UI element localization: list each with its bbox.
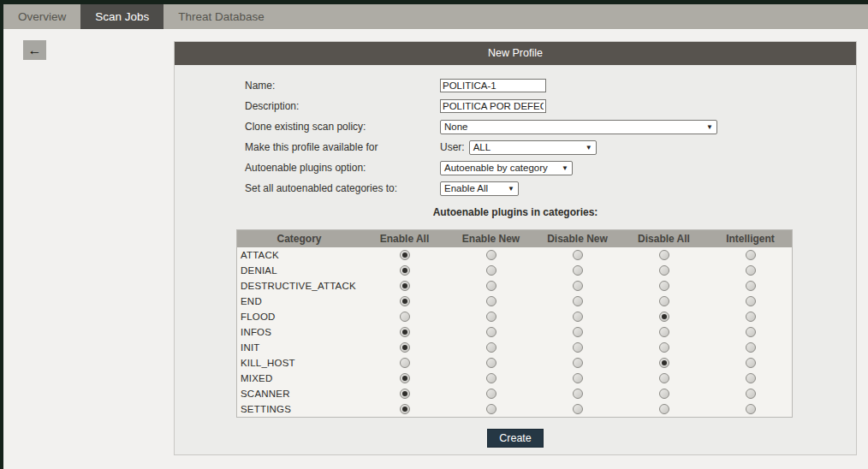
radio-denial-intelligent[interactable] (746, 265, 756, 276)
radio-scanner-disable-new[interactable] (573, 389, 583, 399)
radio-flood-intelligent[interactable] (746, 312, 756, 322)
name-field[interactable] (440, 79, 546, 92)
radio-kill-host-enable-new[interactable] (486, 358, 496, 368)
radio-infos-disable-all[interactable] (659, 327, 669, 337)
radio-cell (534, 358, 621, 368)
radio-destructive-attack-enable-new[interactable] (486, 281, 496, 291)
table-row: END (237, 294, 792, 309)
radio-init-intelligent[interactable] (746, 342, 756, 353)
clone-policy-select[interactable]: None ▼ (440, 120, 717, 134)
tab-threat-database[interactable]: Threat Database (163, 4, 279, 29)
radio-init-enable-new[interactable] (486, 342, 496, 353)
radio-infos-enable-new[interactable] (486, 327, 496, 337)
radio-cell (361, 404, 448, 414)
radio-init-enable-all[interactable] (400, 342, 410, 353)
radio-flood-disable-new[interactable] (573, 312, 583, 322)
radio-cell (707, 250, 794, 260)
radio-destructive-attack-disable-all[interactable] (659, 281, 669, 291)
radio-mixed-disable-new[interactable] (573, 373, 583, 383)
radio-denial-enable-new[interactable] (486, 265, 496, 276)
radio-cell (448, 265, 534, 276)
form-row-clone-policy: Clone existing scan policy: None ▼ (175, 116, 856, 137)
radio-attack-disable-all[interactable] (659, 250, 669, 260)
radio-cell (448, 342, 534, 353)
radio-kill-host-disable-new[interactable] (573, 358, 583, 368)
radio-denial-enable-all[interactable] (400, 265, 410, 276)
radio-cell (534, 389, 621, 399)
radio-attack-disable-new[interactable] (573, 250, 583, 260)
radio-settings-enable-new[interactable] (486, 404, 496, 414)
radio-settings-disable-new[interactable] (573, 404, 583, 414)
column-header-enable-new: Enable New (448, 233, 534, 245)
radio-mixed-intelligent[interactable] (746, 373, 756, 383)
radio-cell (448, 327, 534, 337)
radio-cell (621, 312, 707, 322)
radio-denial-disable-new[interactable] (573, 265, 583, 276)
category-label: DENIAL (237, 265, 361, 276)
radio-cell (534, 342, 621, 353)
radio-cell (361, 312, 448, 322)
radio-cell (361, 358, 448, 368)
radio-end-disable-new[interactable] (573, 296, 583, 306)
radio-end-enable-new[interactable] (486, 296, 496, 306)
radio-cell (621, 389, 707, 399)
radio-scanner-disable-all[interactable] (659, 389, 669, 399)
radio-settings-enable-all[interactable] (400, 404, 410, 414)
radio-cell (361, 281, 448, 291)
radio-kill-host-intelligent[interactable] (746, 358, 756, 368)
radio-mixed-enable-all[interactable] (400, 373, 410, 383)
radio-kill-host-enable-all[interactable] (400, 358, 410, 368)
radio-destructive-attack-enable-all[interactable] (400, 281, 410, 291)
radio-mixed-enable-new[interactable] (486, 373, 496, 383)
radio-infos-enable-all[interactable] (400, 327, 410, 337)
radio-destructive-attack-disable-new[interactable] (573, 281, 583, 291)
form-row-autoenable-option: Autoenable plugins option: Autoenable by… (175, 157, 856, 178)
dropdown-arrow-icon: ▼ (508, 185, 514, 193)
radio-end-enable-all[interactable] (400, 296, 410, 306)
table-row: INIT (237, 340, 792, 355)
user-select[interactable]: ALL ▼ (469, 140, 597, 155)
radio-init-disable-new[interactable] (573, 342, 583, 353)
radio-cell (534, 312, 621, 322)
table-row: DESTRUCTIVE_ATTACK (237, 278, 792, 294)
radio-attack-enable-new[interactable] (486, 250, 496, 260)
set-all-categories-label: Set all autoenabled categories to: (245, 182, 440, 194)
user-inline-label: User: (440, 141, 465, 153)
create-button[interactable]: Create (487, 429, 544, 448)
radio-attack-intelligent[interactable] (746, 250, 756, 260)
table-row: SETTINGS (237, 401, 792, 417)
radio-infos-intelligent[interactable] (746, 327, 756, 337)
tab-overview[interactable]: Overview (3, 4, 80, 29)
radio-cell (534, 281, 621, 291)
radio-mixed-disable-all[interactable] (659, 373, 669, 383)
radio-infos-disable-new[interactable] (573, 327, 583, 337)
radio-cell (448, 281, 534, 291)
radio-cell (534, 296, 621, 306)
radio-flood-enable-new[interactable] (486, 312, 496, 322)
autoenable-option-select[interactable]: Autoenable by category ▼ (440, 161, 573, 175)
description-field[interactable] (440, 99, 546, 113)
radio-scanner-intelligent[interactable] (746, 389, 756, 399)
radio-attack-enable-all[interactable] (400, 250, 410, 260)
radio-scanner-enable-new[interactable] (486, 389, 496, 399)
radio-settings-disable-all[interactable] (659, 404, 669, 414)
radio-cell (707, 265, 794, 276)
radio-kill-host-disable-all[interactable] (659, 358, 669, 368)
radio-cell (361, 389, 448, 399)
name-label: Name: (245, 80, 440, 92)
radio-scanner-enable-all[interactable] (400, 389, 410, 399)
radio-denial-disable-all[interactable] (659, 265, 669, 276)
radio-flood-enable-all[interactable] (400, 312, 410, 322)
left-arrow-icon: ← (28, 44, 42, 57)
radio-cell (707, 404, 794, 414)
back-button[interactable]: ← (23, 40, 46, 60)
radio-settings-intelligent[interactable] (746, 404, 756, 414)
radio-init-disable-all[interactable] (659, 342, 669, 353)
radio-destructive-attack-intelligent[interactable] (746, 281, 756, 291)
category-label: SETTINGS (237, 404, 361, 414)
set-all-categories-select[interactable]: Enable All ▼ (440, 181, 519, 196)
radio-flood-disable-all[interactable] (659, 312, 669, 322)
radio-end-intelligent[interactable] (746, 296, 756, 306)
tab-scan-jobs[interactable]: Scan Jobs (80, 4, 163, 29)
radio-end-disable-all[interactable] (659, 296, 669, 306)
